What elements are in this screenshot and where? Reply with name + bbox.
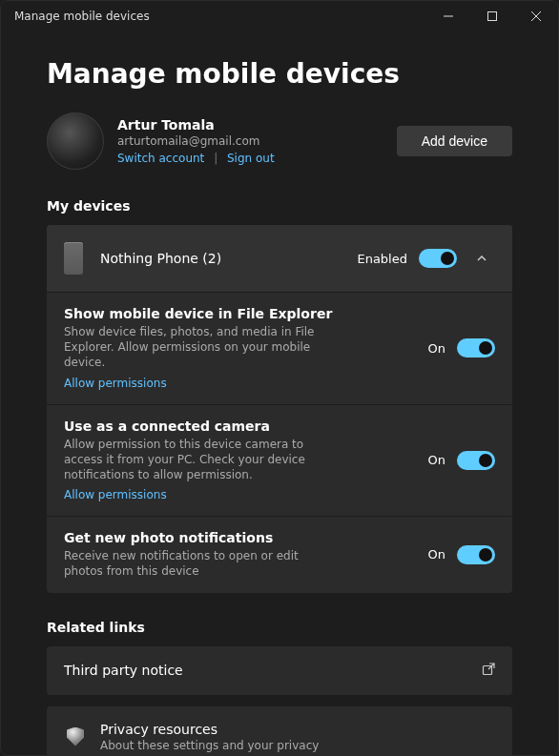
setting-title: Use as a connected camera bbox=[64, 419, 331, 434]
related-links-heading: Related links bbox=[47, 620, 512, 635]
page-title: Manage mobile devices bbox=[47, 58, 512, 90]
setting-desc: Allow permission to this device camera t… bbox=[64, 437, 331, 483]
setting-title: Get new photo notifications bbox=[64, 530, 331, 545]
allow-permissions-link[interactable]: Allow permissions bbox=[64, 488, 167, 501]
setting-row-connected-camera: Use as a connected camera Allow permissi… bbox=[47, 404, 512, 517]
separator: | bbox=[214, 152, 217, 165]
link-card-text: Privacy resources About these settings a… bbox=[100, 722, 319, 752]
content: Manage mobile devices Artur Tomala artur… bbox=[1, 31, 558, 755]
setting-toggle-connected-camera[interactable] bbox=[457, 451, 495, 470]
account-info: Artur Tomala arturtomaila@gmail.com Swit… bbox=[117, 117, 397, 165]
setting-text: Get new photo notifications Receive new … bbox=[64, 530, 331, 579]
setting-state: On bbox=[428, 547, 445, 562]
external-link-icon bbox=[482, 662, 495, 680]
device-enabled-toggle[interactable] bbox=[419, 249, 457, 268]
setting-desc: Show device files, photos, and media in … bbox=[64, 324, 331, 371]
setting-state: On bbox=[428, 341, 445, 356]
titlebar: Manage mobile devices bbox=[1, 1, 558, 31]
my-devices-heading: My devices bbox=[47, 198, 512, 214]
sign-out-link[interactable]: Sign out bbox=[227, 152, 275, 165]
svg-rect-1 bbox=[488, 12, 497, 21]
setting-state: On bbox=[428, 453, 445, 467]
account-email: arturtomaila@gmail.com bbox=[117, 134, 397, 148]
privacy-resources-card[interactable]: Privacy resources About these settings a… bbox=[47, 706, 512, 756]
setting-row-photo-notifications: Get new photo notifications Receive new … bbox=[47, 516, 512, 592]
setting-desc: Receive new notifications to open or edi… bbox=[64, 548, 331, 579]
avatar bbox=[47, 112, 104, 170]
shield-icon bbox=[64, 727, 87, 746]
account-links: Switch account | Sign out bbox=[117, 152, 397, 165]
phone-icon bbox=[64, 242, 83, 275]
allow-permissions-link[interactable]: Allow permissions bbox=[64, 377, 167, 390]
setting-title: Show mobile device in File Explorer bbox=[64, 306, 332, 321]
setting-row-file-explorer: Show mobile device in File Explorer Show… bbox=[47, 292, 512, 404]
account-name: Artur Tomala bbox=[117, 117, 397, 133]
minimize-button[interactable] bbox=[426, 1, 470, 31]
setting-toggle-photo-notifications[interactable] bbox=[457, 545, 495, 564]
account-row: Artur Tomala arturtomaila@gmail.com Swit… bbox=[47, 112, 512, 170]
device-header-row[interactable]: Nothing Phone (2) Enabled bbox=[47, 225, 512, 292]
close-button[interactable] bbox=[514, 1, 558, 31]
third-party-notice-card[interactable]: Third party notice bbox=[47, 646, 512, 695]
device-panel: Nothing Phone (2) Enabled Show mobile de… bbox=[47, 225, 512, 593]
device-status-label: Enabled bbox=[357, 252, 407, 266]
window-title: Manage mobile devices bbox=[14, 10, 426, 23]
setting-text: Show mobile device in File Explorer Show… bbox=[64, 306, 332, 391]
maximize-button[interactable] bbox=[470, 1, 514, 31]
setting-text: Use as a connected camera Allow permissi… bbox=[64, 419, 331, 503]
switch-account-link[interactable]: Switch account bbox=[117, 152, 204, 165]
link-card-title: Privacy resources bbox=[100, 722, 319, 737]
setting-toggle-file-explorer[interactable] bbox=[457, 338, 495, 358]
link-card-subtitle: About these settings and your privacy bbox=[100, 739, 319, 752]
device-name: Nothing Phone (2) bbox=[100, 251, 357, 266]
add-device-button[interactable]: Add device bbox=[397, 126, 512, 156]
chevron-up-icon[interactable] bbox=[468, 245, 495, 272]
link-card-text: Third party notice bbox=[64, 663, 183, 678]
link-card-title: Third party notice bbox=[64, 663, 183, 678]
window: Manage mobile devices Manage mobile devi… bbox=[0, 0, 559, 756]
